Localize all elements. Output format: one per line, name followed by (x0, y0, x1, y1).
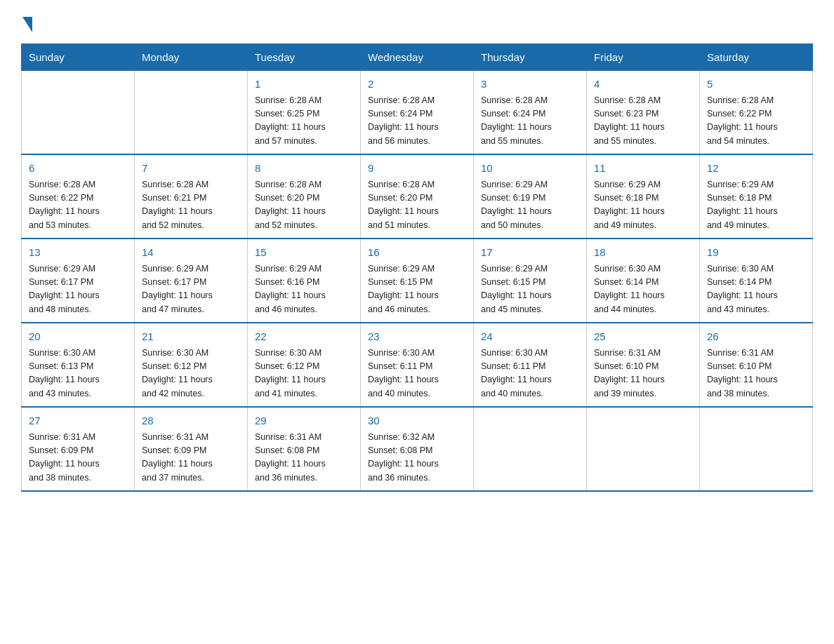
day-info: Sunrise: 6:32 AM Sunset: 6:08 PM Dayligh… (368, 431, 466, 485)
day-info: Sunrise: 6:30 AM Sunset: 6:12 PM Dayligh… (255, 347, 353, 401)
day-number: 13 (29, 245, 127, 261)
day-number: 28 (142, 413, 240, 429)
day-number: 24 (481, 329, 579, 345)
day-number: 4 (594, 76, 692, 93)
day-number: 16 (368, 245, 466, 261)
weekday-header-monday: Monday (135, 44, 248, 71)
calendar-cell: 13Sunrise: 6:29 AM Sunset: 6:17 PM Dayli… (22, 239, 135, 323)
calendar-cell: 3Sunrise: 6:28 AM Sunset: 6:24 PM Daylig… (474, 71, 587, 155)
day-number: 26 (707, 329, 805, 345)
logo (21, 14, 32, 29)
calendar-cell: 28Sunrise: 6:31 AM Sunset: 6:09 PM Dayli… (135, 407, 248, 491)
day-info: Sunrise: 6:28 AM Sunset: 6:24 PM Dayligh… (481, 94, 579, 149)
calendar-cell: 14Sunrise: 6:29 AM Sunset: 6:17 PM Dayli… (135, 239, 248, 323)
calendar-cell: 20Sunrise: 6:30 AM Sunset: 6:13 PM Dayli… (22, 323, 135, 407)
day-number: 6 (29, 161, 127, 177)
calendar-cell: 10Sunrise: 6:29 AM Sunset: 6:19 PM Dayli… (474, 154, 587, 239)
calendar-cell (135, 71, 248, 155)
calendar-cell (474, 407, 587, 491)
day-number: 11 (594, 161, 692, 177)
calendar-cell: 22Sunrise: 6:30 AM Sunset: 6:12 PM Dayli… (248, 323, 361, 407)
day-number: 8 (255, 161, 353, 177)
calendar-cell (700, 407, 813, 491)
calendar-cell: 30Sunrise: 6:32 AM Sunset: 6:08 PM Dayli… (361, 407, 474, 491)
page-header (21, 14, 813, 29)
day-number: 19 (707, 245, 805, 261)
weekday-header-friday: Friday (587, 44, 700, 71)
day-info: Sunrise: 6:31 AM Sunset: 6:10 PM Dayligh… (707, 347, 805, 401)
weekday-header-wednesday: Wednesday (361, 44, 474, 71)
day-number: 22 (255, 329, 353, 345)
calendar-cell: 29Sunrise: 6:31 AM Sunset: 6:08 PM Dayli… (248, 407, 361, 491)
calendar-cell: 18Sunrise: 6:30 AM Sunset: 6:14 PM Dayli… (587, 239, 700, 323)
logo-triangle-icon (22, 17, 32, 32)
calendar-cell (22, 71, 135, 155)
calendar-week-row: 20Sunrise: 6:30 AM Sunset: 6:13 PM Dayli… (22, 323, 813, 407)
day-info: Sunrise: 6:28 AM Sunset: 6:25 PM Dayligh… (255, 94, 353, 149)
day-number: 18 (594, 245, 692, 261)
calendar-cell: 5Sunrise: 6:28 AM Sunset: 6:22 PM Daylig… (700, 71, 813, 155)
calendar-cell: 12Sunrise: 6:29 AM Sunset: 6:18 PM Dayli… (700, 154, 813, 239)
calendar-cell: 7Sunrise: 6:28 AM Sunset: 6:21 PM Daylig… (135, 154, 248, 239)
day-info: Sunrise: 6:29 AM Sunset: 6:15 PM Dayligh… (481, 262, 579, 317)
calendar-cell: 24Sunrise: 6:30 AM Sunset: 6:11 PM Dayli… (474, 323, 587, 407)
calendar-cell: 17Sunrise: 6:29 AM Sunset: 6:15 PM Dayli… (474, 239, 587, 323)
day-number: 7 (142, 161, 240, 177)
day-info: Sunrise: 6:29 AM Sunset: 6:17 PM Dayligh… (142, 262, 240, 317)
calendar-week-row: 27Sunrise: 6:31 AM Sunset: 6:09 PM Dayli… (22, 407, 813, 491)
day-number: 2 (368, 76, 466, 93)
calendar-cell: 8Sunrise: 6:28 AM Sunset: 6:20 PM Daylig… (248, 154, 361, 239)
calendar-cell: 11Sunrise: 6:29 AM Sunset: 6:18 PM Dayli… (587, 154, 700, 239)
day-info: Sunrise: 6:28 AM Sunset: 6:22 PM Dayligh… (29, 178, 127, 233)
day-info: Sunrise: 6:31 AM Sunset: 6:08 PM Dayligh… (255, 431, 353, 485)
calendar-cell: 1Sunrise: 6:28 AM Sunset: 6:25 PM Daylig… (248, 71, 361, 155)
weekday-header-saturday: Saturday (700, 44, 813, 71)
day-number: 17 (481, 245, 579, 261)
calendar-header-row: SundayMondayTuesdayWednesdayThursdayFrid… (22, 44, 813, 71)
calendar-cell: 19Sunrise: 6:30 AM Sunset: 6:14 PM Dayli… (700, 239, 813, 323)
calendar-cell: 25Sunrise: 6:31 AM Sunset: 6:10 PM Dayli… (587, 323, 700, 407)
day-number: 5 (707, 76, 805, 93)
day-number: 20 (29, 329, 127, 345)
day-info: Sunrise: 6:28 AM Sunset: 6:22 PM Dayligh… (707, 94, 805, 149)
day-info: Sunrise: 6:29 AM Sunset: 6:18 PM Dayligh… (707, 178, 805, 233)
day-number: 1 (255, 76, 353, 93)
day-number: 15 (255, 245, 353, 261)
weekday-header-tuesday: Tuesday (248, 44, 361, 71)
calendar-cell: 15Sunrise: 6:29 AM Sunset: 6:16 PM Dayli… (248, 239, 361, 323)
day-number: 10 (481, 161, 579, 177)
day-info: Sunrise: 6:29 AM Sunset: 6:17 PM Dayligh… (29, 262, 127, 317)
weekday-header-sunday: Sunday (22, 44, 135, 71)
day-info: Sunrise: 6:30 AM Sunset: 6:13 PM Dayligh… (29, 347, 127, 401)
calendar-cell: 6Sunrise: 6:28 AM Sunset: 6:22 PM Daylig… (22, 154, 135, 239)
day-number: 23 (368, 329, 466, 345)
day-info: Sunrise: 6:30 AM Sunset: 6:14 PM Dayligh… (707, 262, 805, 317)
day-info: Sunrise: 6:31 AM Sunset: 6:10 PM Dayligh… (594, 347, 692, 401)
calendar-cell: 26Sunrise: 6:31 AM Sunset: 6:10 PM Dayli… (700, 323, 813, 407)
calendar-cell: 27Sunrise: 6:31 AM Sunset: 6:09 PM Dayli… (22, 407, 135, 491)
day-number: 12 (707, 161, 805, 177)
calendar-week-row: 6Sunrise: 6:28 AM Sunset: 6:22 PM Daylig… (22, 154, 813, 239)
calendar-cell: 2Sunrise: 6:28 AM Sunset: 6:24 PM Daylig… (361, 71, 474, 155)
calendar-cell (587, 407, 700, 491)
day-number: 14 (142, 245, 240, 261)
day-info: Sunrise: 6:30 AM Sunset: 6:11 PM Dayligh… (481, 347, 579, 401)
day-info: Sunrise: 6:29 AM Sunset: 6:18 PM Dayligh… (594, 178, 692, 233)
day-number: 21 (142, 329, 240, 345)
day-number: 3 (481, 76, 579, 93)
calendar-table: SundayMondayTuesdayWednesdayThursdayFrid… (21, 43, 813, 492)
day-info: Sunrise: 6:31 AM Sunset: 6:09 PM Dayligh… (142, 431, 240, 485)
day-info: Sunrise: 6:29 AM Sunset: 6:16 PM Dayligh… (255, 262, 353, 317)
day-number: 30 (368, 413, 466, 429)
day-info: Sunrise: 6:28 AM Sunset: 6:20 PM Dayligh… (368, 178, 466, 233)
calendar-cell: 9Sunrise: 6:28 AM Sunset: 6:20 PM Daylig… (361, 154, 474, 239)
calendar-cell: 23Sunrise: 6:30 AM Sunset: 6:11 PM Dayli… (361, 323, 474, 407)
day-number: 9 (368, 161, 466, 177)
day-info: Sunrise: 6:30 AM Sunset: 6:11 PM Dayligh… (368, 347, 466, 401)
calendar-week-row: 13Sunrise: 6:29 AM Sunset: 6:17 PM Dayli… (22, 239, 813, 323)
day-info: Sunrise: 6:30 AM Sunset: 6:14 PM Dayligh… (594, 262, 692, 317)
day-info: Sunrise: 6:30 AM Sunset: 6:12 PM Dayligh… (142, 347, 240, 401)
calendar-cell: 21Sunrise: 6:30 AM Sunset: 6:12 PM Dayli… (135, 323, 248, 407)
day-info: Sunrise: 6:28 AM Sunset: 6:24 PM Dayligh… (368, 94, 466, 149)
day-number: 29 (255, 413, 353, 429)
